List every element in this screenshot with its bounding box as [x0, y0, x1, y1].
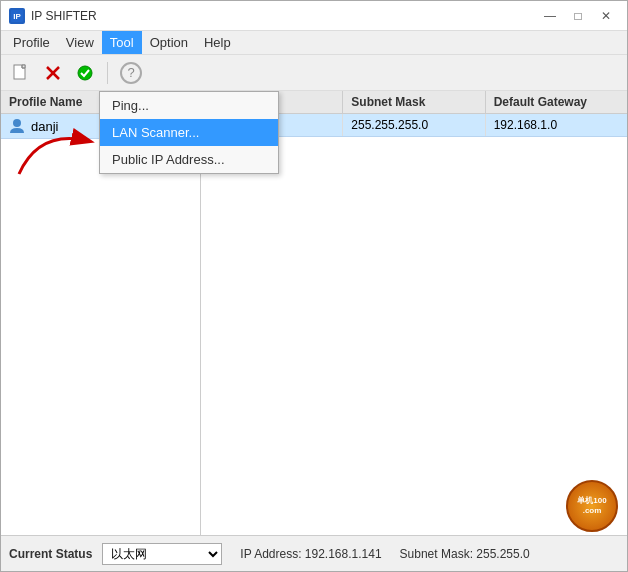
current-status-label: Current Status [9, 547, 92, 561]
main-content: Profile Name danji IP Address Subnet Mas… [1, 91, 627, 535]
cell-subnet: 255.255.255.0 [343, 114, 485, 136]
ip-address-status: IP Address: 192.168.1.141 [240, 547, 381, 561]
app-icon: IP [9, 8, 25, 24]
menu-profile[interactable]: Profile [5, 31, 58, 54]
statusbar: Current Status 以太网 IP Address: 192.168.1… [1, 535, 627, 571]
svg-text:IP: IP [13, 12, 21, 21]
menu-option[interactable]: Option [142, 31, 196, 54]
col-subnet: Subnet Mask [343, 91, 485, 113]
svg-point-6 [78, 66, 92, 80]
toolbar-separator [107, 62, 108, 84]
ip-label: IP Address: [240, 547, 301, 561]
window-title: IP SHIFTER [31, 9, 97, 23]
menu-lan-scanner[interactable]: LAN Scanner... [100, 119, 278, 146]
new-profile-button[interactable] [7, 59, 35, 87]
menu-help[interactable]: Help [196, 31, 239, 54]
profile-icon [9, 118, 25, 134]
toolbar: ? [1, 55, 627, 91]
ip-value: 192.168.1.141 [305, 547, 382, 561]
apply-icon [76, 64, 94, 82]
delete-profile-button[interactable] [39, 59, 67, 87]
menubar: Profile View Tool Option Help [1, 31, 627, 55]
close-button[interactable]: ✕ [593, 6, 619, 26]
profile-name: danji [31, 119, 58, 134]
new-icon [12, 64, 30, 82]
titlebar-left: IP IP SHIFTER [9, 8, 97, 24]
network-select[interactable]: 以太网 [102, 543, 222, 565]
titlebar: IP IP SHIFTER — □ ✕ [1, 1, 627, 31]
help-button[interactable]: ? [120, 62, 142, 84]
menu-tool[interactable]: Tool [102, 31, 142, 54]
maximize-button[interactable]: □ [565, 6, 591, 26]
tool-dropdown-menu: Ping... LAN Scanner... Public IP Address… [99, 91, 279, 174]
titlebar-controls: — □ ✕ [537, 6, 619, 26]
menu-view[interactable]: View [58, 31, 102, 54]
apply-button[interactable] [71, 59, 99, 87]
col-gateway: Default Gateway [486, 91, 627, 113]
main-window: IP IP SHIFTER — □ ✕ Profile View Tool Op… [0, 0, 628, 572]
delete-icon [44, 64, 62, 82]
subnet-status: Subnet Mask: 255.255.0 [400, 547, 530, 561]
svg-point-7 [13, 119, 21, 127]
menu-public-ip[interactable]: Public IP Address... [100, 146, 278, 173]
cell-gateway: 192.168.1.0 [486, 114, 627, 136]
menu-ping[interactable]: Ping... [100, 92, 278, 119]
minimize-button[interactable]: — [537, 6, 563, 26]
subnet-label: Subnet Mask: [400, 547, 473, 561]
subnet-value: 255.255.0 [476, 547, 529, 561]
